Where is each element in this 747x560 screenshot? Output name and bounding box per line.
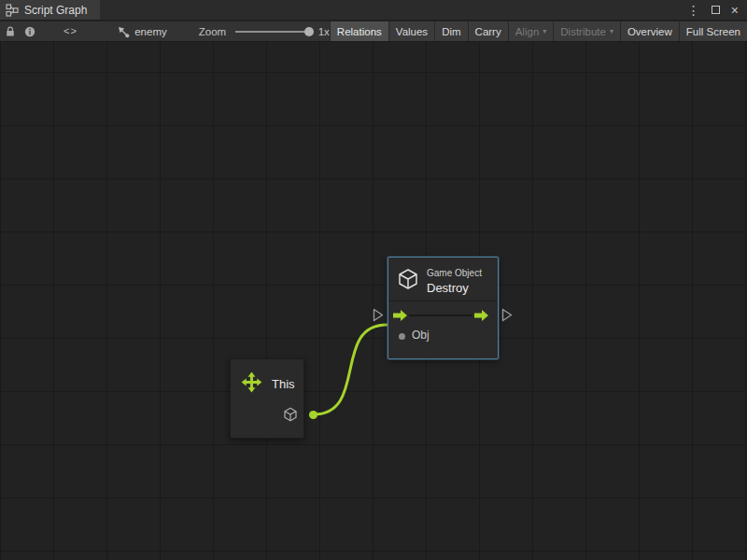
game-object-cube-icon <box>283 407 298 422</box>
toolbar-buttons: Relations Values Dim Carry Align ▾ Distr… <box>330 21 747 41</box>
align-dropdown[interactable]: Align ▾ <box>508 21 554 41</box>
zoom-slider-handle[interactable] <box>304 27 314 36</box>
info-icon[interactable] <box>24 21 35 41</box>
graph-toolbar: <> enemy Zoom 1x Relations Values Dim <box>0 21 747 42</box>
tab-title: Script Graph <box>24 4 87 17</box>
flow-input-arrow-icon[interactable] <box>393 309 408 322</box>
connection-this-to-destroy <box>0 42 747 560</box>
graph-canvas[interactable]: This Game Object Destroy <box>0 42 747 560</box>
zoom-label: Zoom <box>199 21 226 41</box>
control-output-port[interactable] <box>501 308 513 322</box>
game-object-cube-icon <box>397 268 419 290</box>
dim-button[interactable]: Dim <box>434 21 467 41</box>
graph-reference[interactable]: enemy <box>117 21 167 41</box>
values-button[interactable]: Values <box>388 21 434 41</box>
lock-icon[interactable] <box>5 21 16 41</box>
port-game-object-output[interactable] <box>309 411 317 419</box>
control-input-port[interactable] <box>373 308 384 322</box>
carry-button[interactable]: Carry <box>468 21 508 41</box>
zoom-slider-track <box>235 31 310 33</box>
move-arrows-icon <box>240 371 263 394</box>
graph-name-label: enemy <box>134 26 167 37</box>
chevron-down-icon: ▾ <box>543 27 546 35</box>
edit-code-icon[interactable]: <> <box>63 21 78 41</box>
flow-relation-line <box>409 315 472 316</box>
node-destroy-category: Game Object <box>427 268 482 278</box>
window-menu-icon[interactable]: ⋮ <box>687 4 700 17</box>
port-obj-input[interactable] <box>399 333 405 340</box>
node-this[interactable]: This <box>230 358 304 439</box>
graph-icon <box>6 4 19 17</box>
node-destroy[interactable]: Game Object Destroy Obj <box>388 257 499 359</box>
tab-script-graph[interactable]: Script Graph <box>0 0 100 20</box>
window-controls: ⋮ × <box>687 0 747 20</box>
zoom-slider[interactable] <box>235 26 310 37</box>
fullscreen-button[interactable]: Full Screen <box>679 21 747 41</box>
close-icon[interactable]: × <box>731 4 739 17</box>
node-this-title: This <box>272 377 295 391</box>
node-destroy-header: Game Object Destroy <box>388 258 498 301</box>
node-destroy-title: Destroy <box>427 281 469 295</box>
script-graph-asset-icon <box>117 25 130 38</box>
relations-button[interactable]: Relations <box>330 21 388 41</box>
chevron-down-icon: ▾ <box>610 27 613 35</box>
flow-output-arrow-icon[interactable] <box>474 309 489 322</box>
distribute-dropdown[interactable]: Distribute ▾ <box>553 21 620 41</box>
script-graph-window: Script Graph ⋮ × <> <box>0 0 747 560</box>
overview-button[interactable]: Overview <box>620 21 679 41</box>
title-bar: Script Graph ⋮ × <box>0 0 747 21</box>
zoom-value: 1x <box>318 21 330 41</box>
maximize-icon[interactable] <box>712 6 720 14</box>
port-obj-label: Obj <box>412 329 430 342</box>
